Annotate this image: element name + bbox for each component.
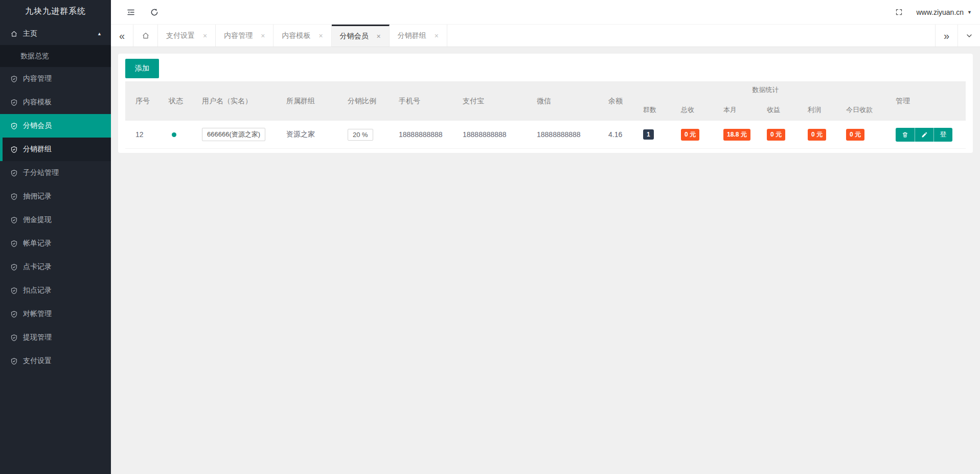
- sidebar-item-label: 数据总览: [20, 52, 49, 60]
- tab-content-manage[interactable]: 内容管理 ×: [216, 25, 274, 47]
- sidebar-item-substation-manage[interactable]: 子分站管理: [0, 161, 111, 185]
- tab-label: 分销会员: [340, 32, 369, 41]
- main-area: www.ziyuan.cn ▼ « 支付设置 × 内容管理 × 内容模板 × 分…: [111, 0, 980, 474]
- edit-button[interactable]: [915, 128, 933, 142]
- sidebar-item-label: 内容管理: [23, 74, 52, 83]
- sidebar-item-distribution-member[interactable]: 分销会员: [0, 114, 111, 138]
- cell-today-income: 0 元: [846, 129, 888, 141]
- sidebar-item-card-records[interactable]: 点卡记录: [0, 255, 111, 279]
- username-box[interactable]: 666666(资源之家): [202, 128, 265, 141]
- sidebar-item-content-manage[interactable]: 内容管理: [0, 67, 111, 91]
- cell-group: 资源之家: [286, 130, 348, 139]
- caret-up-icon: ▲: [97, 31, 102, 36]
- sidebar-item-distribution-group[interactable]: 分销群组: [0, 138, 111, 161]
- earnings-badge: 0 元: [767, 129, 785, 141]
- col-header-profit: 利润: [808, 99, 846, 121]
- trash-icon: [902, 131, 908, 138]
- shield-check-icon: [10, 310, 18, 318]
- cell-ratio: 20 %: [348, 129, 399, 141]
- member-table-card: 添加 序号 状态 用户名（实名） 所属群组 分销比例 手机号 支付宝 微信 余额…: [118, 54, 973, 153]
- col-group-stats: 数据统计 群数 总收 本月 收益 利润 今日收款: [643, 81, 888, 121]
- cell-profit: 0 元: [808, 129, 846, 141]
- toolbar-right: www.ziyuan.cn ▼: [895, 8, 980, 16]
- sidebar-item-bill-records[interactable]: 帐单记录: [0, 232, 111, 255]
- tabs-scroll-left-icon[interactable]: «: [111, 25, 133, 47]
- cell-earnings: 0 元: [767, 129, 808, 141]
- tab-distribution-group[interactable]: 分销群组 ×: [390, 25, 447, 47]
- sidebar-item-label: 子分站管理: [23, 168, 59, 177]
- col-header-balance: 余额: [608, 81, 643, 121]
- tabbar-spacer: [447, 25, 935, 47]
- tabs-menu-icon[interactable]: [958, 25, 980, 47]
- page-content: 添加 序号 状态 用户名（实名） 所属群组 分销比例 手机号 支付宝 微信 余额…: [111, 47, 980, 474]
- col-header-group-count: 群数: [643, 99, 681, 121]
- tab-payment-settings[interactable]: 支付设置 ×: [158, 25, 216, 47]
- shield-check-icon: [10, 287, 18, 295]
- sidebar-item-label: 扣点记录: [23, 286, 52, 295]
- cell-phone: 18888888888: [399, 130, 463, 139]
- collapse-sidebar-icon[interactable]: [126, 8, 135, 17]
- cell-username: 666666(资源之家): [202, 128, 286, 141]
- home-icon: [142, 32, 150, 40]
- close-icon[interactable]: ×: [435, 32, 439, 39]
- stats-subheaders: 群数 总收 本月 收益 利润 今日收款: [643, 99, 888, 121]
- cell-status: [169, 132, 202, 137]
- add-button[interactable]: 添加: [125, 59, 159, 78]
- app-title: 九块九进群系统: [0, 0, 111, 22]
- cell-balance: 4.16: [608, 130, 643, 139]
- sidebar-item-overview[interactable]: 数据总览: [0, 45, 111, 67]
- tab-home[interactable]: [133, 25, 158, 47]
- cell-group-count: 1: [643, 129, 681, 140]
- tab-label: 内容模板: [282, 31, 310, 40]
- tab-distribution-member[interactable]: 分销会员 ×: [332, 25, 390, 47]
- sidebar-item-label: 点卡记录: [23, 262, 52, 272]
- sidebar-item-label: 分销群组: [23, 145, 52, 154]
- sidebar-item-label: 分销会员: [23, 121, 52, 130]
- sidebar-item-label: 内容模板: [23, 98, 52, 107]
- sidebar-item-label: 支付设置: [23, 356, 52, 366]
- tabs-scroll-right-icon[interactable]: »: [935, 25, 958, 47]
- cell-wechat: 18888888888: [537, 130, 608, 139]
- delete-button[interactable]: [896, 128, 915, 142]
- tab-content-template[interactable]: 内容模板 ×: [274, 25, 331, 47]
- refresh-icon[interactable]: [150, 8, 159, 17]
- chevron-down-icon: [965, 32, 973, 40]
- ratio-box[interactable]: 20 %: [348, 129, 373, 141]
- cell-month-income: 18.8 元: [723, 129, 767, 141]
- login-button[interactable]: 登: [933, 128, 952, 142]
- table-row: 12 666666(资源之家) 资源之家 20 % 18888888888 18…: [125, 121, 966, 149]
- shield-check-icon: [10, 146, 18, 153]
- col-header-alipay: 支付宝: [463, 81, 537, 121]
- col-header-month: 本月: [723, 99, 767, 121]
- shield-check-icon: [10, 240, 18, 247]
- sidebar-item-commission-withdraw[interactable]: 佣金提现: [0, 208, 111, 232]
- sidebar-item-deduction-records[interactable]: 扣点记录: [0, 279, 111, 302]
- sidebar: 九块九进群系统 主页 ▲ 数据总览 内容管理 内容模板 分销会员 分销群组 子分…: [0, 0, 111, 474]
- col-header-manage: 管理: [888, 81, 966, 121]
- row-action-group: 登: [896, 128, 952, 142]
- site-domain-dropdown[interactable]: www.ziyuan.cn ▼: [916, 8, 972, 16]
- sidebar-item-payment-settings[interactable]: 支付设置: [0, 349, 111, 373]
- cell-alipay: 18888888888: [463, 130, 537, 139]
- sidebar-item-reconciliation-manage[interactable]: 对帐管理: [0, 302, 111, 326]
- sidebar-item-label: 提现管理: [23, 333, 52, 342]
- close-icon[interactable]: ×: [318, 32, 323, 39]
- tab-bar: « 支付设置 × 内容管理 × 内容模板 × 分销会员 × 分销群组 × »: [111, 25, 980, 47]
- home-icon: [10, 30, 18, 38]
- sidebar-item-content-template[interactable]: 内容模板: [0, 91, 111, 114]
- tab-label: 支付设置: [166, 31, 195, 40]
- sidebar-item-label: 主页: [23, 29, 37, 38]
- cell-total-income: 0 元: [681, 129, 723, 141]
- close-icon[interactable]: ×: [377, 33, 381, 40]
- shield-check-icon: [10, 99, 18, 106]
- sidebar-item-commission-records[interactable]: 抽佣记录: [0, 185, 111, 208]
- caret-down-icon: ▼: [967, 10, 972, 15]
- fullscreen-icon[interactable]: [895, 8, 903, 16]
- close-icon[interactable]: ×: [261, 32, 265, 39]
- col-header-no: 序号: [135, 81, 169, 121]
- shield-check-icon: [10, 193, 18, 200]
- sidebar-item-home[interactable]: 主页 ▲: [0, 22, 111, 45]
- close-icon[interactable]: ×: [203, 32, 207, 39]
- sidebar-item-withdraw-manage[interactable]: 提现管理: [0, 326, 111, 349]
- today-income-badge: 0 元: [846, 129, 864, 141]
